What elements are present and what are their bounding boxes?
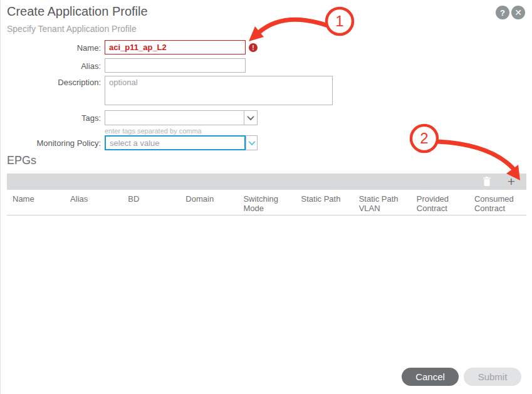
tags-combo: [105, 110, 258, 125]
epgs-toolbar: +: [7, 174, 526, 190]
column-header-domain: Domain: [180, 190, 237, 215]
annotation-number-1: 1: [335, 13, 343, 29]
close-icon[interactable]: ✕: [511, 6, 525, 19]
column-header-alias: Alias: [65, 190, 122, 215]
chevron-down-icon: [247, 113, 254, 120]
annotation-number-2: 2: [420, 130, 428, 147]
column-header-provided-contract: Provided Contract: [411, 190, 469, 215]
page-title: Create Application Profile: [7, 4, 148, 19]
column-header-name: Name: [7, 190, 65, 215]
help-icon[interactable]: ?: [496, 6, 509, 19]
epgs-section-heading: EPGs: [7, 154, 36, 167]
monitoring-policy-dropdown-button[interactable]: [246, 135, 258, 150]
tags-hint: enter tags separated by comma: [105, 127, 202, 135]
monitoring-policy-label: Monitoring Policy:: [1, 138, 101, 148]
cancel-button[interactable]: Cancel: [402, 368, 459, 386]
column-header-consumed-contract: Consumed Contract: [469, 190, 526, 215]
monitoring-policy-combo: [105, 135, 258, 150]
submit-button[interactable]: Submit: [464, 368, 521, 386]
add-epg-button[interactable]: +: [508, 176, 515, 187]
column-header-switching-mode: Switching Mode: [237, 190, 295, 215]
epgs-table-header: Name Alias BD Domain Switching Mode Stat…: [7, 190, 526, 215]
column-header-static-path-vlan: Static Path VLAN: [353, 190, 411, 215]
error-icon: !: [249, 43, 258, 52]
tags-label: Tags:: [1, 113, 101, 123]
alias-label: Alias:: [1, 61, 101, 71]
annotation-arrow-2: 2: [411, 125, 520, 180]
alias-input[interactable]: [105, 58, 246, 73]
chevron-down-icon: [248, 138, 255, 145]
name-label: Name:: [1, 43, 101, 53]
delete-epg-button[interactable]: [482, 177, 491, 187]
page-subtitle: Specify Tenant Application Profile: [7, 24, 137, 34]
description-label: Description:: [1, 78, 101, 87]
trash-icon: [482, 177, 491, 187]
plus-icon: +: [508, 176, 515, 187]
tags-input[interactable]: [105, 110, 244, 125]
name-input[interactable]: [105, 40, 246, 54]
column-header-bd: BD: [122, 190, 180, 215]
column-header-static-path: Static Path: [296, 190, 353, 215]
monitoring-policy-input[interactable]: [105, 135, 246, 150]
annotation-arrow-1: 1: [249, 8, 353, 41]
description-input[interactable]: [105, 76, 333, 105]
tags-dropdown-button[interactable]: [244, 110, 258, 125]
